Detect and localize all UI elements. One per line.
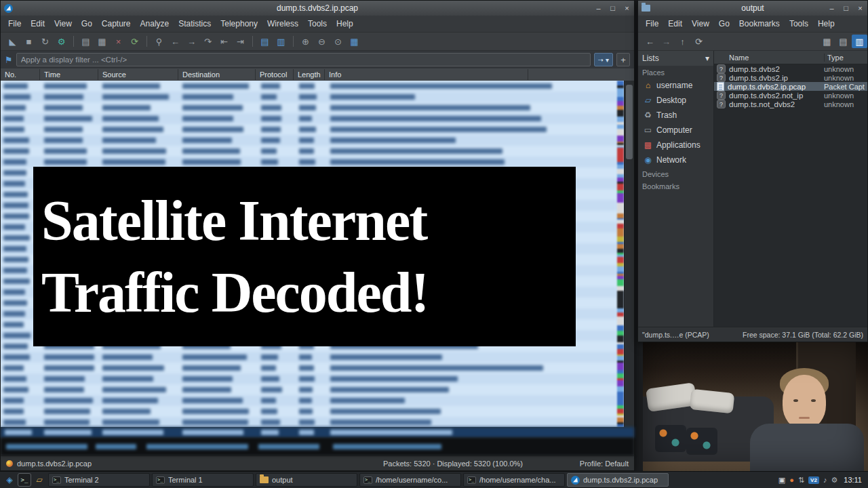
settings-tray-icon[interactable]: ⚙: [831, 476, 837, 485]
sidebar-item-computer[interactable]: ▭Computer: [638, 123, 713, 138]
close-button[interactable]: ×: [620, 1, 634, 16]
save-file-icon[interactable]: ▦: [94, 35, 110, 48]
autoscroll-icon[interactable]: ▥: [273, 35, 289, 48]
display-filter-input[interactable]: [16, 53, 591, 66]
maximize-button[interactable]: □: [839, 1, 853, 16]
wireshark-menu-view[interactable]: View: [50, 19, 77, 28]
terminal-launcher-icon[interactable]: >_: [18, 473, 31, 487]
wireshark-menu-edit[interactable]: Edit: [26, 19, 50, 28]
packet-row[interactable]: [1, 113, 617, 124]
column-header-length[interactable]: Length: [294, 69, 325, 80]
maximize-button[interactable]: □: [606, 1, 620, 16]
filemanager-menu-help[interactable]: Help: [813, 19, 840, 28]
go-back-icon[interactable]: ←: [167, 35, 183, 48]
wireshark-menu-file[interactable]: File: [3, 19, 26, 28]
taskbar-task-terminal-1[interactable]: >_Terminal 1: [152, 473, 254, 487]
wireshark-titlebar[interactable]: dump.ts.dvbs2.ip.pcap – □ ×: [1, 1, 634, 16]
volume-tray-icon[interactable]: ♪: [823, 476, 827, 484]
packet-row[interactable]: [1, 417, 617, 427]
packet-list[interactable]: Satellite Internet Traffic Decoded!: [1, 81, 634, 427]
wireshark-menu-tools[interactable]: Tools: [303, 19, 332, 28]
taskbar-clock[interactable]: 13:11: [844, 476, 862, 484]
column-header-no[interactable]: No.: [1, 69, 40, 80]
app-menu-icon[interactable]: ◈: [3, 473, 16, 487]
packet-row[interactable]: [1, 135, 617, 146]
filemanager-menu-file[interactable]: File: [641, 19, 663, 28]
column-header-name[interactable]: Name: [714, 54, 824, 62]
icon-view-icon[interactable]: ▦: [819, 35, 835, 48]
file-row[interactable]: ?dump.ts.dvbs2unknown: [714, 64, 867, 73]
colorize-packets-icon[interactable]: ▤: [257, 35, 273, 48]
taskbar-task-terminal-2[interactable]: >_Terminal 2: [48, 473, 150, 487]
filter-bookmark-icon[interactable]: ⚑: [5, 55, 13, 65]
bookmarks-section-label[interactable]: Bookmarks: [638, 180, 713, 192]
column-header-destination[interactable]: Destination: [178, 69, 256, 80]
up-icon[interactable]: ↑: [675, 35, 690, 48]
minimize-button[interactable]: –: [825, 1, 839, 16]
filemanager-menu-go[interactable]: Go: [714, 19, 734, 28]
go-first-icon[interactable]: ⇤: [216, 35, 232, 48]
wireshark-menu-go[interactable]: Go: [77, 19, 97, 28]
filemanager-menu-bookmarks[interactable]: Bookmarks: [734, 19, 785, 28]
wireshark-menu-statistics[interactable]: Statistics: [174, 19, 216, 28]
zoom-out-icon[interactable]: ⊖: [314, 35, 330, 48]
file-manager-titlebar[interactable]: output – □ ×: [638, 1, 867, 16]
go-last-icon[interactable]: ⇥: [233, 35, 248, 48]
packet-row[interactable]: [1, 81, 617, 92]
column-header-source[interactable]: Source: [98, 69, 178, 80]
file-row[interactable]: ?dump.ts.dvbs2.not_ipunknown: [714, 91, 867, 100]
packet-row[interactable]: [1, 124, 617, 135]
packet-row[interactable]: [1, 406, 617, 417]
taskbar-task-output[interactable]: output: [256, 473, 357, 487]
go-forward-icon[interactable]: →: [184, 35, 199, 48]
file-row[interactable]: dump.ts.dvbs2.ip.pcapPacket Capt: [714, 82, 867, 91]
resize-columns-icon[interactable]: ▦: [347, 35, 362, 48]
packet-row[interactable]: [1, 373, 617, 384]
packet-row[interactable]: [1, 395, 617, 406]
minimize-button[interactable]: –: [591, 1, 606, 16]
refresh-icon[interactable]: ⟳: [691, 35, 707, 48]
column-header-info[interactable]: Info: [325, 69, 528, 80]
network-tray-icon[interactable]: ⇅: [798, 476, 804, 485]
files-launcher-icon[interactable]: ▱: [33, 473, 46, 487]
taskbar-task--home-username-cha-[interactable]: >_/home/username/cha...: [463, 473, 565, 487]
sidebar-item-username[interactable]: ⌂username: [638, 78, 713, 93]
packet-row[interactable]: [1, 92, 617, 102]
compact-view-icon[interactable]: ▤: [835, 35, 851, 48]
filemanager-menu-edit[interactable]: Edit: [663, 19, 687, 28]
close-file-icon[interactable]: ×: [111, 35, 126, 48]
file-row[interactable]: ?dump.ts.dvbs2.ipunknown: [714, 73, 867, 82]
file-row[interactable]: ?dump.ts.not_dvbs2unknown: [714, 100, 867, 108]
column-header-type[interactable]: Type: [824, 54, 867, 62]
column-header-protocol[interactable]: Protocol: [256, 69, 294, 80]
reload-file-icon[interactable]: ⟳: [127, 35, 142, 48]
devices-section-label[interactable]: Devices: [638, 167, 713, 180]
filemanager-menu-view[interactable]: View: [687, 19, 714, 28]
packet-row[interactable]: [1, 352, 617, 363]
selected-packet-row-blurred[interactable]: [1, 427, 634, 438]
packet-row[interactable]: [1, 102, 617, 113]
go-to-packet-icon[interactable]: ↷: [200, 35, 216, 48]
capture-stop-icon[interactable]: ■: [21, 35, 37, 48]
taskbar-task-dump-ts-dvbs2-ip-pcap[interactable]: dump.ts.dvbs2.ip.pcap: [567, 473, 669, 487]
status-profile[interactable]: Profile: Default: [554, 460, 629, 468]
column-header-time[interactable]: Time: [40, 69, 98, 80]
expert-info-icon[interactable]: [6, 460, 13, 467]
packet-row[interactable]: [1, 384, 617, 395]
zoom-in-icon[interactable]: ⊕: [298, 35, 313, 48]
detail-view-icon[interactable]: ▥: [852, 35, 867, 48]
close-button[interactable]: ×: [853, 1, 867, 16]
clipboard-tray-icon[interactable]: ▣: [778, 476, 785, 485]
filter-add-button[interactable]: +: [616, 53, 630, 66]
packet-row[interactable]: [1, 157, 617, 167]
sidebar-item-applications[interactable]: ▩Applications: [638, 138, 713, 152]
wireshark-menu-telephony[interactable]: Telephony: [216, 19, 262, 28]
wireshark-menu-help[interactable]: Help: [332, 19, 358, 28]
taskbar-task--home-username-co-[interactable]: >_/home/username/co...: [359, 473, 461, 487]
open-file-icon[interactable]: ▤: [78, 35, 94, 48]
wireshark-menu-wireless[interactable]: Wireless: [262, 19, 303, 28]
wireshark-menu-capture[interactable]: Capture: [97, 19, 136, 28]
packet-row[interactable]: [1, 146, 617, 157]
capture-options-gear-icon[interactable]: ⚙: [54, 35, 69, 48]
sidebar-item-trash[interactable]: ♻Trash: [638, 108, 713, 123]
